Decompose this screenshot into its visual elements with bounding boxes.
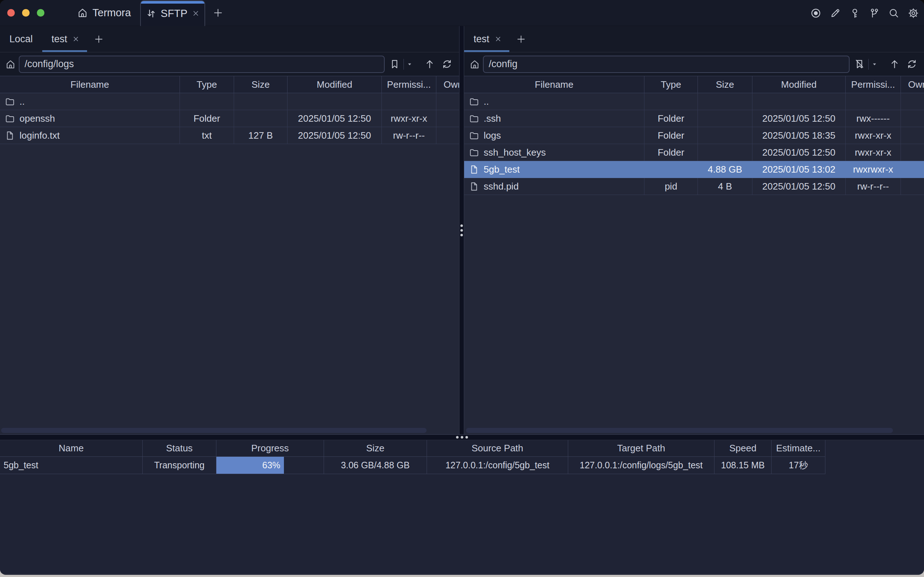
- search-icon[interactable]: [888, 8, 900, 19]
- filename: ssh_host_keys: [484, 147, 546, 158]
- table-row[interactable]: loginfo.txt txt 127 B 2025/01/05 12:50 r…: [0, 127, 459, 144]
- table-row[interactable]: .ssh Folder 2025/01/05 12:50 rwx------: [464, 110, 924, 127]
- arrow-up-icon[interactable]: [889, 58, 900, 70]
- transfer-panel: Name Status Progress Size Source Path Ta…: [0, 440, 924, 574]
- refresh-icon[interactable]: [906, 58, 918, 70]
- right-col-filename[interactable]: Filename: [464, 76, 644, 93]
- left-tab-local[interactable]: Local: [0, 26, 42, 52]
- transfer-col-speed[interactable]: Speed: [714, 440, 772, 456]
- transfer-estimate: 17秒: [772, 457, 826, 474]
- left-pane-tabs: Local test: [0, 26, 459, 52]
- left-tab-test[interactable]: test: [42, 26, 87, 52]
- chevron-down-icon[interactable]: [406, 61, 413, 68]
- right-col-size[interactable]: Size: [698, 76, 752, 93]
- table-row[interactable]: ssh_host_keys Folder 2025/01/05 12:50 rw…: [464, 144, 924, 161]
- left-col-permissions[interactable]: Permissi...: [382, 76, 436, 93]
- table-row[interactable]: sshd.pid pid 4 B 2025/01/05 12:50 rw-r--…: [464, 178, 924, 195]
- divider: [403, 59, 404, 70]
- right-col-type[interactable]: Type: [644, 76, 698, 93]
- left-col-filename[interactable]: Filename: [0, 76, 180, 93]
- minimize-window-button[interactable]: [22, 9, 30, 17]
- transfer-target-path: 127.0.0.1:/config/logs/5gb_test: [568, 457, 714, 474]
- file-icon: [469, 164, 479, 175]
- left-col-owner[interactable]: Owner: [436, 76, 459, 93]
- transfer-row[interactable]: 5gb_test Transporting 63% 3.06 GB/4.88 G…: [0, 457, 826, 474]
- left-tab-local-label: Local: [10, 34, 33, 45]
- pencil-icon[interactable]: [830, 8, 841, 19]
- right-path-input[interactable]: [483, 56, 850, 73]
- close-icon[interactable]: [72, 35, 80, 43]
- home-icon[interactable]: [469, 59, 480, 70]
- filename: loginfo.txt: [19, 130, 60, 141]
- filename: sshd.pid: [484, 181, 519, 192]
- keychain-icon[interactable]: [869, 8, 880, 19]
- pane-splitter-vertical[interactable]: [459, 26, 464, 434]
- close-sftp-tab-button[interactable]: [192, 9, 200, 18]
- left-col-modified[interactable]: Modified: [287, 76, 382, 93]
- titlebar-actions: [810, 0, 919, 26]
- home-icon[interactable]: [5, 59, 16, 70]
- folder-icon: [469, 97, 479, 107]
- transfer-progress-bar: 63%: [216, 457, 324, 474]
- left-file-list: .. openssh Folder 2025/01/05 12:50 rwxr-…: [0, 93, 459, 434]
- horizontal-scrollbar-thumb[interactable]: [1, 428, 427, 433]
- left-path-tools: [385, 58, 459, 70]
- transfer-source-path: 127.0.0.1:/config/5gb_test: [427, 457, 568, 474]
- bookmark-icon[interactable]: [389, 58, 400, 70]
- left-col-size[interactable]: Size: [234, 76, 287, 93]
- folder-icon: [5, 97, 15, 107]
- left-col-type[interactable]: Type: [180, 76, 234, 93]
- right-pane: test: [464, 26, 924, 434]
- close-window-button[interactable]: [7, 9, 15, 17]
- table-row-selected[interactable]: 5gb_test 4.88 GB 2025/01/05 13:02 rwxrwx…: [464, 161, 924, 178]
- transfer-col-progress[interactable]: Progress: [216, 440, 324, 456]
- right-add-tab-button[interactable]: [509, 26, 533, 52]
- left-pane: Local test: [0, 26, 459, 434]
- splitter-grip-icon: [456, 436, 468, 439]
- left-tab-test-label: test: [52, 34, 68, 45]
- right-col-owner[interactable]: Owner: [901, 76, 924, 93]
- right-col-permissions[interactable]: Permissi...: [846, 76, 901, 93]
- chevron-down-icon[interactable]: [871, 61, 878, 68]
- tab-termora[interactable]: Termora: [68, 0, 140, 26]
- horizontal-scrollbar-thumb[interactable]: [466, 428, 893, 433]
- transfer-col-estimate[interactable]: Estimate...: [772, 440, 826, 456]
- transfer-table-header: Name Status Progress Size Source Path Ta…: [0, 440, 826, 457]
- table-row[interactable]: ..: [464, 93, 924, 110]
- table-row[interactable]: ..: [0, 93, 459, 110]
- key-icon[interactable]: [849, 8, 860, 19]
- pane-splitter-horizontal[interactable]: [0, 435, 924, 440]
- filename: 5gb_test: [484, 164, 520, 175]
- file-icon: [5, 131, 15, 141]
- transfer-col-status[interactable]: Status: [143, 440, 216, 456]
- record-icon[interactable]: [810, 8, 821, 19]
- right-file-list: .. .ssh Folder 2025/01/05 12:50 rwx-----…: [464, 93, 924, 434]
- transfer-col-size[interactable]: Size: [324, 440, 427, 456]
- left-path-input[interactable]: [19, 56, 385, 73]
- left-add-tab-button[interactable]: [87, 26, 111, 52]
- zoom-window-button[interactable]: [37, 9, 44, 17]
- filename: .ssh: [484, 113, 501, 124]
- transfer-col-name[interactable]: Name: [0, 440, 143, 456]
- tab-sftp-label: SFTP: [161, 8, 187, 19]
- tab-sftp[interactable]: SFTP: [140, 0, 205, 26]
- transfer-status: Transporting: [143, 457, 216, 474]
- table-row[interactable]: openssh Folder 2025/01/05 12:50 rwxr-xr-…: [0, 110, 459, 127]
- left-path-bar: [0, 52, 459, 76]
- bookmark-off-icon[interactable]: [854, 58, 865, 70]
- table-row[interactable]: logs Folder 2025/01/05 18:35 rwxr-xr-x: [464, 127, 924, 144]
- refresh-icon[interactable]: [442, 58, 453, 70]
- arrow-up-icon[interactable]: [424, 58, 435, 70]
- close-icon[interactable]: [494, 35, 502, 43]
- folder-icon: [469, 131, 479, 141]
- gear-icon[interactable]: [908, 8, 919, 19]
- app-window: Termora SFTP: [0, 0, 924, 575]
- transfer-col-target[interactable]: Target Path: [568, 440, 714, 456]
- filename: openssh: [19, 113, 55, 124]
- new-tab-button[interactable]: [213, 7, 224, 18]
- right-col-modified[interactable]: Modified: [752, 76, 846, 93]
- divider: [868, 59, 869, 70]
- transfer-col-source[interactable]: Source Path: [427, 440, 568, 456]
- right-tab-test[interactable]: test: [464, 26, 509, 52]
- progress-fill: 63%: [216, 457, 284, 474]
